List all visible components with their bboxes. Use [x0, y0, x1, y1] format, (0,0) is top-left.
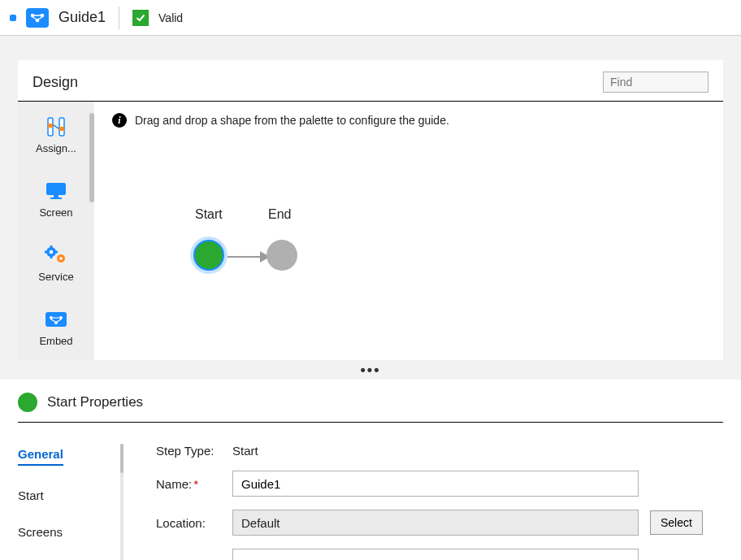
svg-point-0 — [31, 13, 35, 17]
end-node[interactable] — [266, 240, 297, 271]
svg-rect-18 — [46, 312, 67, 327]
palette-item-label: Embed — [39, 335, 72, 347]
name-label: Name:* — [156, 477, 221, 491]
info-icon: i — [112, 113, 127, 128]
status-dot-icon — [10, 15, 16, 21]
design-section: Design Assign... — [0, 36, 741, 360]
app-header: Guide1 Valid — [0, 0, 741, 36]
location-value: Default — [232, 510, 639, 536]
svg-rect-6 — [59, 127, 64, 131]
svg-rect-9 — [50, 198, 62, 199]
tab-start[interactable]: Start — [18, 488, 120, 502]
page-title: Guide1 — [58, 9, 106, 26]
svg-point-19 — [50, 316, 53, 319]
start-node[interactable] — [193, 240, 224, 271]
tab-screens[interactable]: Screens — [18, 525, 120, 539]
location-label: Location: — [156, 516, 221, 530]
assign-icon — [42, 115, 70, 139]
svg-point-20 — [59, 316, 63, 319]
guide-icon — [26, 8, 49, 28]
screen-icon — [42, 179, 70, 203]
design-title: Design — [32, 74, 78, 91]
scrollbar[interactable] — [120, 444, 124, 473]
grip-icon: ••• — [361, 362, 381, 379]
svg-point-1 — [41, 13, 45, 17]
name-input[interactable] — [232, 471, 639, 497]
valid-label: Valid — [158, 11, 183, 24]
palette-item-label: Service — [38, 271, 73, 283]
palette-item-assign[interactable]: Assign... — [18, 115, 94, 154]
end-node-label: End — [268, 207, 291, 222]
svg-point-11 — [50, 250, 54, 254]
palette-item-service[interactable]: Service — [18, 243, 94, 283]
extra-input[interactable] — [232, 549, 639, 560]
step-type-label: Step Type: — [156, 444, 221, 458]
svg-rect-8 — [54, 195, 58, 198]
divider — [119, 7, 119, 29]
canvas-hint: i Drag and drop a shape from the palette… — [112, 113, 710, 128]
svg-point-17 — [59, 257, 63, 260]
svg-rect-5 — [48, 124, 53, 128]
properties-form: Step Type: Start Name:* Location: Defaul… — [140, 444, 723, 560]
palette-item-label: Assign... — [36, 142, 76, 154]
properties-nav: General Start Screens — [18, 444, 124, 560]
valid-check-icon — [132, 10, 149, 26]
palette-item-screen[interactable]: Screen — [18, 179, 94, 219]
select-button[interactable]: Select — [650, 510, 703, 535]
find-input[interactable] — [603, 72, 708, 93]
flow-edge — [228, 256, 268, 258]
start-node-icon — [18, 393, 37, 412]
design-canvas[interactable]: i Drag and drop a shape from the palette… — [99, 102, 723, 360]
properties-title: Start Properties — [47, 394, 143, 410]
palette-item-embed[interactable]: Embed — [18, 307, 94, 347]
svg-rect-7 — [46, 183, 66, 195]
service-icon — [42, 243, 70, 267]
tab-general[interactable]: General — [18, 447, 63, 466]
scrollbar[interactable] — [89, 113, 94, 202]
properties-panel: Start Properties General Start Screens S… — [0, 380, 741, 560]
start-node-label: Start — [195, 207, 223, 222]
palette: Assign... Screen — [18, 102, 99, 360]
panel-splitter[interactable]: ••• — [0, 360, 741, 380]
hint-text: Drag and drop a shape from the palette t… — [135, 114, 449, 127]
palette-item-label: Screen — [39, 206, 72, 219]
step-type-value: Start — [232, 444, 258, 458]
embed-icon — [42, 307, 70, 332]
